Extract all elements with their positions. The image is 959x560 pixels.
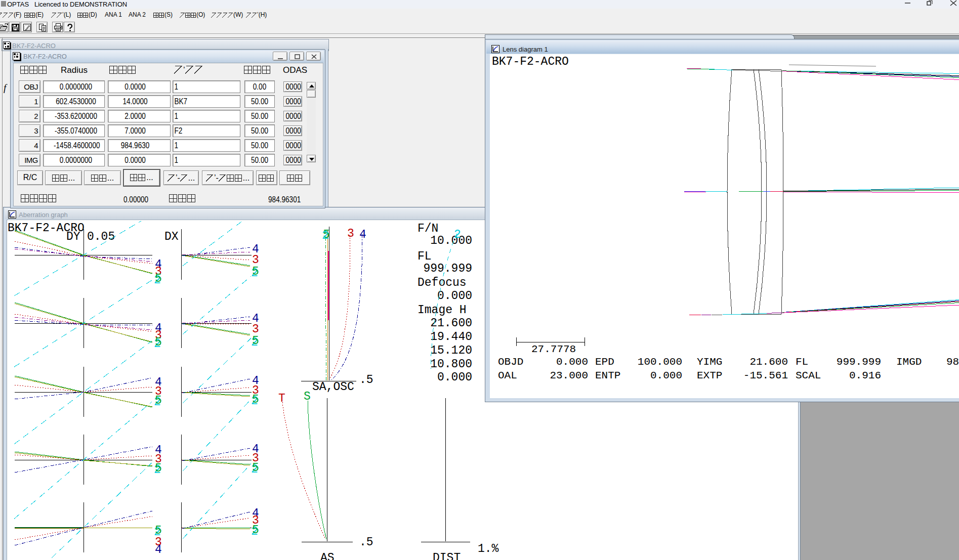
svg-text:5: 5 — [252, 334, 259, 348]
svg-text:0.000: 0.000 — [437, 371, 472, 384]
svg-text:19.440: 19.440 — [430, 330, 472, 343]
svg-text:5: 5 — [155, 394, 162, 407]
svg-text:4: 4 — [359, 228, 366, 241]
svg-text:5: 5 — [155, 336, 162, 349]
svg-text:984.963: 984.963 — [946, 356, 959, 368]
svg-text:23.000: 23.000 — [550, 370, 588, 381]
svg-text:.5: .5 — [359, 536, 373, 549]
svg-text:ENTP: ENTP — [595, 370, 620, 381]
svg-text:BK7-F2-ACRO: BK7-F2-ACRO — [492, 55, 569, 68]
svg-text:S: S — [304, 390, 311, 403]
svg-text:100.000: 100.000 — [638, 356, 682, 368]
svg-text:4: 4 — [155, 543, 162, 556]
svg-text:0.000: 0.000 — [650, 370, 682, 381]
svg-text:YIMG: YIMG — [697, 356, 722, 368]
svg-text:DX: DX — [164, 230, 179, 243]
svg-text:999.999: 999.999 — [423, 262, 472, 275]
svg-text:5: 5 — [252, 393, 259, 406]
svg-text:2: 2 — [454, 228, 461, 241]
svg-text:.5: .5 — [359, 373, 373, 386]
svg-text:5: 5 — [252, 265, 259, 278]
svg-text:OAL: OAL — [498, 370, 517, 381]
svg-text:21.600: 21.600 — [430, 317, 472, 330]
svg-text:10.800: 10.800 — [430, 358, 472, 371]
svg-text:3: 3 — [347, 227, 354, 240]
svg-text:T: T — [278, 392, 285, 405]
svg-text:1.%: 1.% — [478, 542, 499, 555]
svg-text:2: 2 — [322, 229, 329, 242]
svg-text:EPD: EPD — [595, 356, 614, 368]
svg-text:FL: FL — [796, 356, 808, 368]
svg-text:5: 5 — [155, 462, 162, 475]
svg-text:FL: FL — [418, 250, 432, 263]
svg-text:Image H: Image H — [418, 304, 467, 317]
svg-text:DIST: DIST — [433, 551, 461, 560]
svg-text:0.000: 0.000 — [556, 356, 588, 368]
svg-text:EXTP: EXTP — [697, 370, 722, 381]
svg-text:0.000: 0.000 — [437, 289, 472, 303]
svg-text:F/N: F/N — [418, 222, 438, 235]
svg-text:10.000: 10.000 — [430, 234, 472, 247]
svg-text:5: 5 — [252, 524, 259, 537]
svg-text:27.7778: 27.7778 — [531, 343, 576, 355]
svg-text:IMGD: IMGD — [896, 356, 922, 368]
svg-text:5: 5 — [252, 461, 259, 475]
svg-text:5: 5 — [155, 272, 162, 285]
svg-text:999.999: 999.999 — [837, 356, 881, 368]
svg-text:21.600: 21.600 — [749, 356, 788, 368]
svg-text:-15.561: -15.561 — [743, 370, 788, 381]
svg-text:OBJD: OBJD — [498, 356, 523, 368]
svg-text:15.120: 15.120 — [430, 344, 472, 357]
svg-text:AS: AS — [320, 551, 335, 560]
svg-text:0.05: 0.05 — [87, 230, 115, 243]
svg-text:0.916: 0.916 — [849, 370, 881, 381]
svg-text:SCAL: SCAL — [796, 370, 821, 381]
svg-text:DY: DY — [66, 230, 80, 243]
svg-text:SA,OSC: SA,OSC — [312, 380, 354, 394]
